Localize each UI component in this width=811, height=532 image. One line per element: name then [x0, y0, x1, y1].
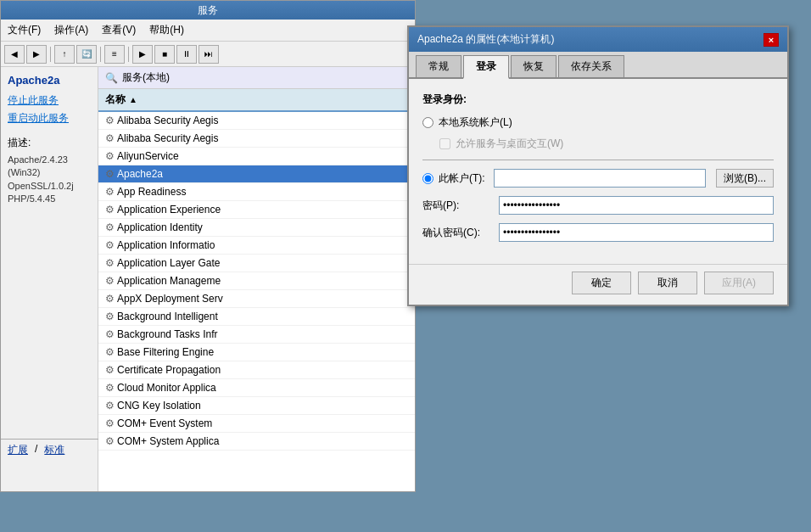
service-item-app-readiness[interactable]: ⚙ App Readiness: [98, 183, 415, 201]
service-icon: ⚙: [105, 435, 117, 447]
service-name: Alibaba Security Aegis: [117, 132, 218, 144]
selected-service-name: Apache2a: [8, 74, 91, 87]
stop-service-link[interactable]: 停止此服务: [8, 93, 91, 108]
service-name: Base Filtering Engine: [117, 346, 214, 358]
menu-action[interactable]: 操作(A): [51, 21, 92, 39]
service-icon: ⚙: [105, 168, 117, 180]
allow-desktop-label: 允许服务与桌面交互(W): [456, 137, 563, 151]
list-header: 名称 ▲: [98, 89, 415, 112]
tab-login[interactable]: 登录: [463, 55, 509, 79]
desc-text: Apache/2.4.23 (Win32) OpenSSL/1.0.2j PHP…: [8, 154, 91, 206]
dialog-close-button[interactable]: ×: [763, 33, 779, 47]
service-item-apache2a[interactable]: ⚙ Apache2a: [98, 165, 415, 183]
service-item-aliyun[interactable]: ⚙ AliyunService: [98, 148, 415, 165]
service-icon: ⚙: [105, 364, 117, 376]
restart-service-link[interactable]: 重启动此服务: [8, 111, 91, 126]
menu-view[interactable]: 查看(V): [98, 21, 139, 39]
this-account-row: 此帐户(T): 浏览(B)...: [422, 169, 774, 188]
toolbar-resume[interactable]: ⏭: [199, 45, 219, 64]
allow-desktop-checkbox[interactable]: [439, 138, 450, 149]
service-item-app-identity[interactable]: ⚙ Application Identity: [98, 219, 415, 237]
service-name: Application Experience: [117, 204, 221, 216]
service-item-alibaba1[interactable]: ⚙ Alibaba Security Aegis: [98, 112, 415, 130]
sort-arrow-icon: ▲: [129, 95, 137, 104]
service-name: Background Tasks Infr: [117, 328, 218, 340]
service-item-app-info[interactable]: ⚙ Application Informatio: [98, 237, 415, 255]
local-account-radio[interactable]: [422, 117, 433, 128]
service-icon: ⚙: [105, 275, 117, 287]
menu-file[interactable]: 文件(F): [4, 21, 44, 39]
service-item-com-system[interactable]: ⚙ COM+ System Applica: [98, 433, 415, 451]
toolbar-up[interactable]: ↑: [54, 45, 75, 64]
service-item-bg-intel[interactable]: ⚙ Background Intelligent: [98, 308, 415, 326]
cancel-button[interactable]: 取消: [638, 272, 697, 294]
service-item-app-layer-gate[interactable]: ⚙ Application Layer Gate: [98, 255, 415, 272]
password-row: 密码(P):: [422, 196, 774, 215]
desc-line2: OpenSSL/1.0.2j PHP/5.4.45: [8, 181, 74, 204]
confirm-password-input[interactable]: [499, 223, 774, 242]
service-icon: ⚙: [105, 400, 117, 412]
apply-button[interactable]: 应用(A): [704, 272, 774, 294]
toolbar-properties[interactable]: ≡: [104, 45, 125, 64]
service-name: Background Intelligent: [117, 311, 218, 322]
service-item-cng-key[interactable]: ⚙ CNG Key Isolation: [98, 397, 415, 415]
service-name: AliyunService: [117, 150, 179, 162]
content-area: Apache2a 停止此服务 重启动此服务 描述: Apache/2.4.23 …: [1, 67, 415, 491]
this-account-label: 此帐户(T):: [439, 171, 485, 186]
service-name: App Readiness: [117, 186, 186, 198]
service-item-base-filter[interactable]: ⚙ Base Filtering Engine: [98, 344, 415, 361]
account-input[interactable]: [494, 169, 706, 188]
service-item-com-event[interactable]: ⚙ COM+ Event System: [98, 415, 415, 433]
local-account-label: 本地系统帐户(L): [439, 115, 512, 130]
desc-line1: Apache/2.4.23 (Win32): [8, 154, 68, 177]
service-name: Alibaba Security Aegis: [117, 115, 218, 126]
toolbar-pause[interactable]: ⏸: [176, 45, 197, 64]
service-name: Application Manageme: [117, 275, 221, 287]
left-panel: Apache2a 停止此服务 重启动此服务 描述: Apache/2.4.23 …: [1, 67, 98, 491]
service-item-app-manage[interactable]: ⚙ Application Manageme: [98, 272, 415, 290]
toolbar-back[interactable]: ◀: [4, 45, 25, 64]
menu-help[interactable]: 帮助(H): [146, 21, 187, 39]
tab-standard[interactable]: 标准: [44, 443, 64, 457]
dialog-title-bar: Apache2a 的属性(本地计算机) ×: [409, 27, 787, 52]
ok-button[interactable]: 确定: [572, 272, 631, 294]
bottom-tabs: 扩展 / 标准: [1, 439, 98, 461]
this-account-radio[interactable]: [422, 173, 433, 184]
allow-desktop-row: 允许服务与桌面交互(W): [439, 137, 774, 151]
list-header-label: 名称: [105, 92, 126, 107]
tab-dependencies[interactable]: 依存关系: [558, 55, 624, 77]
tab-general[interactable]: 常规: [416, 55, 461, 77]
service-item-cert-prop[interactable]: ⚙ Certificate Propagation: [98, 361, 415, 379]
service-icon: ⚙: [105, 204, 117, 216]
toolbar-sep-1: [50, 47, 51, 62]
tab-sep: /: [35, 443, 37, 457]
service-icon: ⚙: [105, 382, 117, 394]
service-item-alibaba2[interactable]: ⚙ Alibaba Security Aegis: [98, 130, 415, 148]
toolbar-sep-2: [100, 47, 101, 62]
browse-button[interactable]: 浏览(B)...: [716, 169, 774, 188]
toolbar-forward[interactable]: ▶: [26, 45, 47, 64]
service-item-bg-tasks[interactable]: ⚙ Background Tasks Infr: [98, 326, 415, 344]
toolbar-play[interactable]: ▶: [132, 45, 153, 64]
password-input[interactable]: [499, 196, 774, 215]
service-icon: ⚙: [105, 328, 117, 340]
toolbar-sep-3: [128, 47, 129, 62]
desc-label: 描述:: [8, 136, 91, 150]
tab-recovery[interactable]: 恢复: [511, 55, 557, 77]
service-icon: ⚙: [105, 132, 117, 144]
separator: [422, 160, 774, 160]
toolbar-stop[interactable]: ■: [154, 45, 175, 64]
service-item-app-experience[interactable]: ⚙ Application Experience: [98, 201, 415, 219]
service-name: Apache2a: [117, 168, 163, 180]
dialog-title-text: Apache2a 的属性(本地计算机): [417, 32, 554, 47]
toolbar-refresh[interactable]: 🔄: [76, 45, 97, 64]
service-icon: ⚙: [105, 186, 117, 198]
service-name: Application Identity: [117, 221, 203, 233]
tab-expand[interactable]: 扩展: [8, 443, 28, 457]
service-item-cloud-monitor[interactable]: ⚙ Cloud Monitor Applica: [98, 379, 415, 397]
service-icon: ⚙: [105, 293, 117, 305]
service-name: Application Layer Gate: [117, 257, 220, 269]
local-account-row: 本地系统帐户(L): [422, 115, 774, 130]
service-item-appx[interactable]: ⚙ AppX Deployment Serv: [98, 290, 415, 308]
service-icon: ⚙: [105, 239, 117, 251]
